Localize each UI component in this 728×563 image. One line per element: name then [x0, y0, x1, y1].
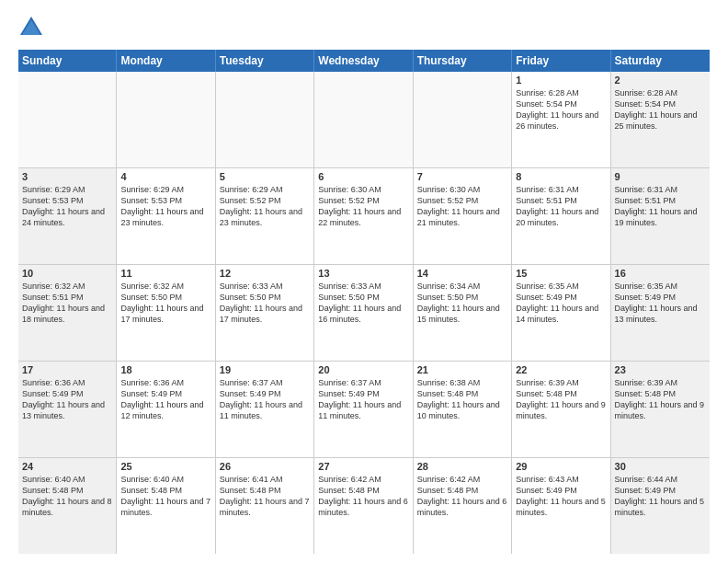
- cal-cell: 20Sunrise: 6:37 AM Sunset: 5:49 PM Dayli…: [314, 362, 413, 457]
- cell-detail: Sunrise: 6:29 AM Sunset: 5:53 PM Dayligh…: [22, 184, 112, 229]
- cal-cell: 18Sunrise: 6:36 AM Sunset: 5:49 PM Dayli…: [117, 362, 215, 457]
- cal-cell: 19Sunrise: 6:37 AM Sunset: 5:49 PM Dayli…: [216, 362, 314, 457]
- day-number: 19: [220, 364, 310, 375]
- cal-cell: 12Sunrise: 6:33 AM Sunset: 5:50 PM Dayli…: [216, 265, 314, 361]
- cal-cell: 30Sunrise: 6:44 AM Sunset: 5:49 PM Dayli…: [611, 458, 710, 554]
- cal-cell: 23Sunrise: 6:39 AM Sunset: 5:48 PM Dayli…: [611, 362, 710, 457]
- cal-cell: 2Sunrise: 6:28 AM Sunset: 5:54 PM Daylig…: [611, 72, 710, 167]
- cal-cell: 21Sunrise: 6:38 AM Sunset: 5:48 PM Dayli…: [414, 362, 512, 457]
- cal-cell: 9Sunrise: 6:31 AM Sunset: 5:51 PM Daylig…: [611, 168, 710, 264]
- day-number: 22: [516, 364, 606, 375]
- cell-detail: Sunrise: 6:31 AM Sunset: 5:51 PM Dayligh…: [615, 184, 706, 229]
- day-number: 1: [516, 75, 606, 86]
- day-number: 28: [417, 461, 507, 472]
- day-number: 11: [120, 268, 210, 279]
- cell-detail: Sunrise: 6:36 AM Sunset: 5:49 PM Dayligh…: [22, 377, 112, 422]
- day-number: 7: [417, 171, 507, 182]
- cal-cell: 11Sunrise: 6:32 AM Sunset: 5:50 PM Dayli…: [117, 265, 215, 361]
- header-cell-thursday: Thursday: [414, 50, 512, 72]
- logo: [18, 15, 48, 40]
- header-cell-saturday: Saturday: [611, 50, 710, 72]
- day-number: 23: [615, 364, 706, 375]
- day-number: 4: [120, 171, 210, 182]
- day-number: 10: [22, 268, 112, 279]
- cell-detail: Sunrise: 6:29 AM Sunset: 5:53 PM Dayligh…: [120, 184, 210, 229]
- cell-detail: Sunrise: 6:30 AM Sunset: 5:52 PM Dayligh…: [417, 184, 507, 229]
- week-row-5: 24Sunrise: 6:40 AM Sunset: 5:48 PM Dayli…: [18, 458, 710, 554]
- cal-cell: 8Sunrise: 6:31 AM Sunset: 5:51 PM Daylig…: [512, 168, 610, 264]
- cal-cell: 26Sunrise: 6:41 AM Sunset: 5:48 PM Dayli…: [216, 458, 314, 554]
- logo-icon: [18, 15, 44, 40]
- cell-detail: Sunrise: 6:32 AM Sunset: 5:50 PM Dayligh…: [120, 281, 210, 326]
- cell-detail: Sunrise: 6:32 AM Sunset: 5:51 PM Dayligh…: [22, 281, 112, 326]
- cell-detail: Sunrise: 6:44 AM Sunset: 5:49 PM Dayligh…: [615, 474, 706, 519]
- calendar: SundayMondayTuesdayWednesdayThursdayFrid…: [18, 50, 710, 554]
- cal-cell: 14Sunrise: 6:34 AM Sunset: 5:50 PM Dayli…: [414, 265, 512, 361]
- cal-cell: 24Sunrise: 6:40 AM Sunset: 5:48 PM Dayli…: [18, 458, 117, 554]
- cal-cell: 17Sunrise: 6:36 AM Sunset: 5:49 PM Dayli…: [18, 362, 117, 457]
- cal-cell: 13Sunrise: 6:33 AM Sunset: 5:50 PM Dayli…: [314, 265, 413, 361]
- cal-cell: [216, 72, 314, 167]
- cell-detail: Sunrise: 6:37 AM Sunset: 5:49 PM Dayligh…: [220, 377, 310, 422]
- day-number: 16: [615, 268, 706, 279]
- day-number: 13: [318, 268, 408, 279]
- week-row-3: 10Sunrise: 6:32 AM Sunset: 5:51 PM Dayli…: [18, 265, 710, 362]
- cal-cell: 15Sunrise: 6:35 AM Sunset: 5:49 PM Dayli…: [512, 265, 610, 361]
- day-number: 30: [615, 461, 706, 472]
- day-number: 15: [516, 268, 606, 279]
- day-number: 2: [615, 75, 706, 86]
- day-number: 25: [120, 461, 210, 472]
- day-number: 5: [220, 171, 310, 182]
- calendar-header: SundayMondayTuesdayWednesdayThursdayFrid…: [18, 50, 710, 72]
- header-cell-friday: Friday: [512, 50, 610, 72]
- day-number: 17: [22, 364, 112, 375]
- cell-detail: Sunrise: 6:31 AM Sunset: 5:51 PM Dayligh…: [516, 184, 606, 229]
- cell-detail: Sunrise: 6:40 AM Sunset: 5:48 PM Dayligh…: [22, 474, 112, 519]
- header: [18, 15, 710, 40]
- week-row-2: 3Sunrise: 6:29 AM Sunset: 5:53 PM Daylig…: [18, 168, 710, 265]
- day-number: 21: [417, 364, 507, 375]
- cell-detail: Sunrise: 6:37 AM Sunset: 5:49 PM Dayligh…: [318, 377, 408, 422]
- cal-cell: 1Sunrise: 6:28 AM Sunset: 5:54 PM Daylig…: [512, 72, 610, 167]
- day-number: 20: [318, 364, 408, 375]
- cell-detail: Sunrise: 6:33 AM Sunset: 5:50 PM Dayligh…: [220, 281, 310, 326]
- day-number: 3: [22, 171, 112, 182]
- cal-cell: 29Sunrise: 6:43 AM Sunset: 5:49 PM Dayli…: [512, 458, 610, 554]
- header-cell-wednesday: Wednesday: [314, 50, 413, 72]
- day-number: 24: [22, 461, 112, 472]
- cal-cell: [117, 72, 215, 167]
- page: SundayMondayTuesdayWednesdayThursdayFrid…: [0, 0, 728, 563]
- cal-cell: 22Sunrise: 6:39 AM Sunset: 5:48 PM Dayli…: [512, 362, 610, 457]
- day-number: 29: [516, 461, 606, 472]
- calendar-body: 1Sunrise: 6:28 AM Sunset: 5:54 PM Daylig…: [18, 72, 710, 554]
- cal-cell: 10Sunrise: 6:32 AM Sunset: 5:51 PM Dayli…: [18, 265, 117, 361]
- cell-detail: Sunrise: 6:35 AM Sunset: 5:49 PM Dayligh…: [516, 281, 606, 326]
- cal-cell: [314, 72, 413, 167]
- cell-detail: Sunrise: 6:28 AM Sunset: 5:54 PM Dayligh…: [516, 87, 606, 132]
- cal-cell: [18, 72, 117, 167]
- cal-cell: 5Sunrise: 6:29 AM Sunset: 5:52 PM Daylig…: [216, 168, 314, 264]
- cal-cell: 28Sunrise: 6:42 AM Sunset: 5:48 PM Dayli…: [414, 458, 512, 554]
- cell-detail: Sunrise: 6:36 AM Sunset: 5:49 PM Dayligh…: [120, 377, 210, 422]
- cal-cell: 7Sunrise: 6:30 AM Sunset: 5:52 PM Daylig…: [414, 168, 512, 264]
- cell-detail: Sunrise: 6:38 AM Sunset: 5:48 PM Dayligh…: [417, 377, 507, 422]
- cell-detail: Sunrise: 6:28 AM Sunset: 5:54 PM Dayligh…: [615, 87, 706, 132]
- day-number: 6: [318, 171, 408, 182]
- cell-detail: Sunrise: 6:42 AM Sunset: 5:48 PM Dayligh…: [417, 474, 507, 519]
- cell-detail: Sunrise: 6:30 AM Sunset: 5:52 PM Dayligh…: [318, 184, 408, 229]
- cal-cell: 6Sunrise: 6:30 AM Sunset: 5:52 PM Daylig…: [314, 168, 413, 264]
- cell-detail: Sunrise: 6:39 AM Sunset: 5:48 PM Dayligh…: [615, 377, 706, 422]
- cell-detail: Sunrise: 6:33 AM Sunset: 5:50 PM Dayligh…: [318, 281, 408, 326]
- cell-detail: Sunrise: 6:43 AM Sunset: 5:49 PM Dayligh…: [516, 474, 606, 519]
- day-number: 26: [220, 461, 310, 472]
- cal-cell: 3Sunrise: 6:29 AM Sunset: 5:53 PM Daylig…: [18, 168, 117, 264]
- day-number: 12: [220, 268, 310, 279]
- cell-detail: Sunrise: 6:40 AM Sunset: 5:48 PM Dayligh…: [120, 474, 210, 519]
- cell-detail: Sunrise: 6:42 AM Sunset: 5:48 PM Dayligh…: [318, 474, 408, 519]
- day-number: 14: [417, 268, 507, 279]
- cell-detail: Sunrise: 6:39 AM Sunset: 5:48 PM Dayligh…: [516, 377, 606, 422]
- week-row-1: 1Sunrise: 6:28 AM Sunset: 5:54 PM Daylig…: [18, 72, 710, 168]
- header-cell-monday: Monday: [117, 50, 215, 72]
- cell-detail: Sunrise: 6:35 AM Sunset: 5:49 PM Dayligh…: [615, 281, 706, 326]
- cal-cell: 16Sunrise: 6:35 AM Sunset: 5:49 PM Dayli…: [611, 265, 710, 361]
